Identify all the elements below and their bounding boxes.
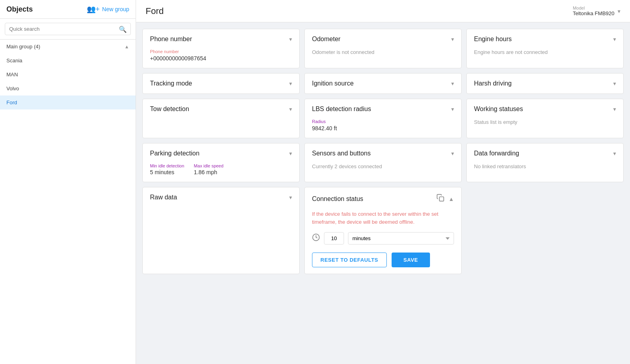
lbs-detection-chevron-icon: ▾ xyxy=(451,106,454,112)
odometer-card: Odometer ▾ Odometer is not connected xyxy=(304,29,462,68)
sidebar-item-man[interactable]: MAN xyxy=(0,68,136,82)
sensors-buttons-card: Sensors and buttons ▾ Currently 2 device… xyxy=(304,143,462,182)
group-label: Main group (4) xyxy=(6,44,40,50)
harsh-driving-chevron-icon: ▾ xyxy=(613,80,616,87)
sidebar-header: Objects 👥+ New group xyxy=(0,0,136,19)
empty-col xyxy=(466,187,624,274)
sidebar-item-ford[interactable]: Ford xyxy=(0,95,136,109)
harsh-driving-card-header[interactable]: Harsh driving ▾ xyxy=(467,74,623,93)
parking-detection-body: Min idle detection 5 minutes Max idle sp… xyxy=(143,163,299,182)
search-input[interactable] xyxy=(5,23,131,35)
main-header: Ford Model Teltonika FMB920 ▾ xyxy=(136,0,630,22)
sensors-buttons-card-header[interactable]: Sensors and buttons ▾ xyxy=(305,143,461,163)
search-container: 🔍 xyxy=(0,19,136,40)
harsh-driving-card: Harsh driving ▾ xyxy=(466,73,624,94)
reset-to-defaults-button[interactable]: RESET TO DEFAULTS xyxy=(312,253,387,267)
lbs-detection-body: Radius 9842.40 ft xyxy=(305,119,461,138)
tracking-mode-card: Tracking mode ▾ xyxy=(142,73,300,94)
engine-hours-card-header[interactable]: Engine hours ▾ xyxy=(467,29,623,49)
tracking-mode-title: Tracking mode xyxy=(150,80,192,87)
tow-detection-card-header[interactable]: Tow detection ▾ xyxy=(143,99,299,119)
min-idle-col: Min idle detection 5 minutes xyxy=(150,163,184,175)
add-group-icon: 👥+ xyxy=(87,5,100,14)
parking-detection-title: Parking detection xyxy=(150,150,200,157)
time-unit-select[interactable]: minutes hours xyxy=(348,232,454,245)
page-title: Ford xyxy=(146,6,164,16)
connection-status-title: Connection status xyxy=(312,195,363,203)
main-content: Ford Model Teltonika FMB920 ▾ Phone numb… xyxy=(136,0,630,364)
connection-status-body: If the device fails to connect to the se… xyxy=(305,210,461,274)
odometer-chevron-icon: ▾ xyxy=(451,36,454,42)
lbs-detection-title: LBS detection radius xyxy=(312,105,371,113)
working-statuses-title: Working statuses xyxy=(474,105,523,113)
new-group-button[interactable]: 👥+ New group xyxy=(87,5,129,14)
phone-number-card: Phone number ▾ Phone number +00000000000… xyxy=(142,29,300,68)
tow-detection-title: Tow detection xyxy=(150,105,189,113)
raw-data-card-header[interactable]: Raw data ▾ xyxy=(143,187,299,207)
max-idle-value: 1.86 mph xyxy=(194,169,224,175)
parking-detection-card-header[interactable]: Parking detection ▾ xyxy=(143,143,299,163)
data-forwarding-card-header[interactable]: Data forwarding ▾ xyxy=(467,143,623,163)
tracking-mode-card-header[interactable]: Tracking mode ▾ xyxy=(143,74,299,93)
connection-inputs: minutes hours xyxy=(312,232,454,245)
lbs-radius-value: 9842.40 ft xyxy=(312,125,454,131)
phone-number-card-header[interactable]: Phone number ▾ xyxy=(143,29,299,49)
collapse-icon[interactable]: ▲ xyxy=(448,196,454,202)
ignition-source-card-header[interactable]: Ignition source ▾ xyxy=(305,74,461,93)
connection-status-card: Connection status ▲ If the device fails … xyxy=(304,187,462,274)
phone-number-body: Phone number +00000000000987654 xyxy=(143,49,299,68)
odometer-title: Odometer xyxy=(312,36,340,43)
connection-description: If the device fails to connect to the se… xyxy=(312,210,454,226)
phone-number-value: +00000000000987654 xyxy=(150,55,292,62)
connection-status-icons: ▲ xyxy=(436,194,454,204)
harsh-driving-title: Harsh driving xyxy=(474,80,512,87)
sidebar: Objects 👥+ New group 🔍 Main group (4) ▲ … xyxy=(0,0,136,364)
model-info: Model Teltonika FMB920 ▾ xyxy=(573,6,620,16)
time-input[interactable] xyxy=(324,232,344,245)
parking-detection-fields: Min idle detection 5 minutes Max idle sp… xyxy=(150,163,292,175)
sensors-buttons-title: Sensors and buttons xyxy=(312,150,371,157)
cards-area: Phone number ▾ Phone number +00000000000… xyxy=(136,22,630,364)
max-idle-col: Max idle speed 1.86 mph xyxy=(194,163,224,175)
engine-hours-empty-text: Engine hours are not connected xyxy=(467,49,623,62)
new-group-label: New group xyxy=(102,6,129,12)
engine-hours-card: Engine hours ▾ Engine hours are not conn… xyxy=(466,29,624,68)
data-forwarding-title: Data forwarding xyxy=(474,150,519,157)
working-statuses-card: Working statuses ▾ Status list is empty xyxy=(466,99,624,138)
sensors-buttons-chevron-icon: ▾ xyxy=(451,150,454,157)
sidebar-item-volvo[interactable]: Volvo xyxy=(0,82,136,95)
ignition-source-chevron-icon: ▾ xyxy=(451,80,454,87)
tracking-mode-chevron-icon: ▾ xyxy=(289,80,292,87)
working-statuses-chevron-icon: ▾ xyxy=(613,106,616,112)
connection-status-header[interactable]: Connection status ▲ xyxy=(305,187,461,210)
phone-number-chevron-icon: ▾ xyxy=(289,36,292,42)
clock-icon xyxy=(312,233,320,243)
raw-data-title: Raw data xyxy=(150,194,177,201)
copy-icon[interactable] xyxy=(436,194,444,204)
model-value: Teltonika FMB920 xyxy=(573,10,614,16)
phone-number-field-label: Phone number xyxy=(150,49,292,54)
working-statuses-empty-text: Status list is empty xyxy=(467,119,623,131)
sensors-buttons-info-text: Currently 2 devices connected xyxy=(305,163,461,176)
main-group-header[interactable]: Main group (4) ▲ xyxy=(0,40,136,54)
model-label: Model xyxy=(573,6,614,10)
save-button[interactable]: SAVE xyxy=(392,253,430,267)
model-chevron-icon[interactable]: ▾ xyxy=(618,8,620,14)
data-forwarding-card: Data forwarding ▾ No linked retranslator… xyxy=(466,143,624,182)
max-idle-label: Max idle speed xyxy=(194,163,224,168)
sidebar-item-scania[interactable]: Scania xyxy=(0,54,136,68)
data-forwarding-empty-text: No linked retranslators xyxy=(467,163,623,176)
tow-detection-chevron-icon: ▾ xyxy=(289,106,292,112)
lbs-radius-label: Radius xyxy=(312,119,454,124)
parking-detection-card: Parking detection ▾ Min idle detection 5… xyxy=(142,143,300,182)
search-icon: 🔍 xyxy=(119,25,127,33)
raw-data-card: Raw data ▾ xyxy=(142,187,300,274)
lbs-detection-card-header[interactable]: LBS detection radius ▾ xyxy=(305,99,461,119)
ignition-source-title: Ignition source xyxy=(312,80,354,87)
odometer-card-header[interactable]: Odometer ▾ xyxy=(305,29,461,49)
working-statuses-card-header[interactable]: Working statuses ▾ xyxy=(467,99,623,119)
min-idle-label: Min idle detection xyxy=(150,163,184,168)
phone-number-title: Phone number xyxy=(150,36,192,43)
min-idle-value: 5 minutes xyxy=(150,169,184,175)
lbs-detection-card: LBS detection radius ▾ Radius 9842.40 ft xyxy=(304,99,462,138)
